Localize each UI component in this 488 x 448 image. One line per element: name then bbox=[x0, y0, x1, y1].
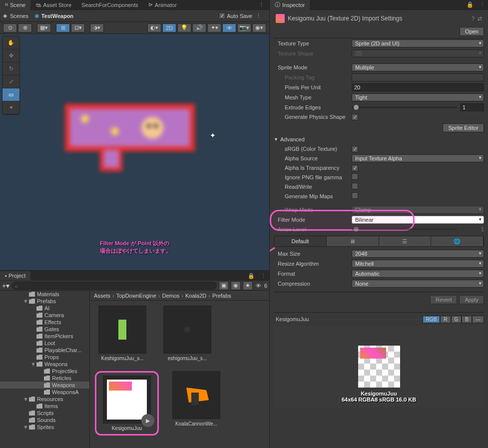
tool-draw-mode[interactable]: ◐▾ bbox=[147, 23, 161, 32]
preset-icon[interactable]: ⇄ bbox=[478, 15, 482, 22]
hidden-icon[interactable]: 👁 bbox=[255, 283, 262, 289]
scene-view[interactable]: ✋ ✥ ↻ ⤢ ▭ ✦ ✦ Filter Mode が Point 以外の 場合… bbox=[0, 34, 269, 270]
tool-move[interactable]: ✥ bbox=[2, 49, 19, 62]
ppu-input[interactable] bbox=[352, 83, 484, 91]
crumb[interactable]: Koala2D bbox=[185, 293, 206, 299]
platform-server[interactable]: ☰ bbox=[379, 236, 432, 246]
tree-item[interactable]: Loot bbox=[0, 340, 89, 347]
mesh-type-dropdown[interactable]: Tight bbox=[352, 93, 484, 101]
tab-search-components[interactable]: SearchForComponents bbox=[76, 0, 143, 10]
preview-r[interactable]: R bbox=[440, 316, 451, 323]
preview-rgb[interactable]: RGB bbox=[423, 316, 441, 323]
tool-light[interactable]: 💡 bbox=[177, 23, 191, 32]
tree-item[interactable]: Camera bbox=[0, 312, 89, 319]
tool-audio[interactable]: 🔊 bbox=[192, 23, 206, 32]
tree-item[interactable]: Projectiles bbox=[0, 368, 89, 375]
tool-rect[interactable]: ▭ bbox=[2, 88, 19, 101]
tree-item[interactable]: AI bbox=[0, 305, 89, 312]
alpha-trans-checkbox[interactable] bbox=[352, 165, 358, 171]
tab-scene[interactable]: ⌗Scene bbox=[0, 0, 30, 10]
format-dropdown[interactable]: Automatic bbox=[352, 270, 484, 278]
readwrite-checkbox[interactable] bbox=[352, 183, 358, 189]
extrude-value[interactable] bbox=[460, 103, 484, 111]
project-add-button[interactable]: +▾ bbox=[2, 282, 9, 290]
tool-fx[interactable]: ✦▾ bbox=[207, 23, 221, 32]
advanced-header[interactable]: ▼Advanced bbox=[274, 134, 484, 144]
alpha-source-dropdown[interactable]: Input Texture Alpha bbox=[352, 154, 484, 162]
tree-item[interactable]: ▼Weapons bbox=[0, 361, 89, 368]
tree-item[interactable]: ▼Prefabs bbox=[0, 298, 89, 305]
open-button[interactable]: Open bbox=[460, 27, 484, 36]
tree-item[interactable]: ▼Sprites bbox=[0, 424, 89, 431]
tree-item[interactable]: WeaponsA bbox=[0, 389, 89, 396]
search-filter-type[interactable]: ▣ bbox=[219, 281, 229, 290]
grid-item[interactable]: eshigomuJuu_s... bbox=[160, 306, 215, 361]
apply-button[interactable]: Apply bbox=[459, 295, 484, 304]
preview-b[interactable]: B bbox=[462, 316, 472, 323]
tree-item[interactable]: ItemPickers bbox=[0, 333, 89, 340]
crumb[interactable]: TopDownEngine bbox=[116, 293, 156, 299]
tree-item[interactable]: Scripts bbox=[0, 410, 89, 417]
auto-save-checkbox[interactable] bbox=[219, 12, 225, 19]
search-filter-label[interactable]: ◉ bbox=[231, 281, 241, 290]
crumb[interactable]: Assets bbox=[94, 293, 110, 299]
platform-webgl[interactable]: 🌐 bbox=[431, 236, 484, 246]
tool-shade[interactable]: ⬗▾ bbox=[90, 23, 104, 32]
preview-mip[interactable]: — bbox=[472, 316, 484, 323]
tree-item[interactable]: Items bbox=[0, 403, 89, 410]
revert-button[interactable]: Revert bbox=[430, 295, 457, 304]
sprite-editor-button[interactable]: Sprite Editor bbox=[443, 123, 484, 132]
ignore-png-checkbox[interactable] bbox=[352, 173, 358, 180]
project-lock[interactable]: 🔒 bbox=[245, 273, 258, 279]
tool-pivot[interactable]: ⊙ bbox=[3, 23, 17, 32]
tree-item[interactable]: ▼Resources bbox=[0, 396, 89, 403]
filter-mode-dropdown[interactable]: Bilinear bbox=[352, 216, 484, 224]
tool-rotate[interactable]: ↻ bbox=[2, 62, 19, 75]
crumb[interactable]: Prefabs bbox=[212, 293, 231, 299]
tab-project[interactable]: ▪ Project bbox=[0, 271, 30, 280]
tool-snap-inc[interactable]: ⊡▾ bbox=[71, 23, 85, 32]
preview-image[interactable]: KesigomuJuu 64x64 RGBA8 sRGB 16.0 KB bbox=[274, 326, 484, 408]
tree-item[interactable]: Effects bbox=[0, 319, 89, 326]
tool-2d[interactable]: 2D bbox=[162, 23, 176, 32]
tab-menu[interactable]: ⋮ bbox=[254, 0, 269, 10]
tab-asset-store[interactable]: 🛍Asset Store bbox=[30, 0, 76, 10]
sprite-mode-dropdown[interactable]: Multiple bbox=[352, 63, 484, 71]
project-tree[interactable]: Materials▼PrefabsAICameraEffectsGatesIte… bbox=[0, 291, 90, 448]
tree-item[interactable]: Props bbox=[0, 354, 89, 361]
platform-default[interactable]: Default bbox=[274, 236, 327, 246]
search-save[interactable]: ★ bbox=[243, 281, 253, 290]
tool-gizmos[interactable]: ◉▾ bbox=[252, 23, 266, 32]
mipmaps-checkbox[interactable] bbox=[352, 192, 358, 199]
project-grid[interactable]: KeshigomuJuu_s...eshigomuJuu_s...▶Kesigo… bbox=[90, 301, 269, 448]
preview-g[interactable]: G bbox=[451, 316, 462, 323]
tool-grid[interactable]: ▦▾ bbox=[37, 23, 51, 32]
grid-item[interactable]: ▶KesigomuJuu bbox=[99, 376, 154, 431]
tree-item[interactable]: PlayableChar... bbox=[0, 347, 89, 354]
grid-item[interactable]: KoalaCannonWe... bbox=[169, 371, 224, 427]
project-search-input[interactable] bbox=[11, 282, 217, 290]
tree-item[interactable]: Gates bbox=[0, 326, 89, 333]
srgb-checkbox[interactable] bbox=[352, 146, 358, 152]
help-icon[interactable]: ? bbox=[472, 15, 475, 21]
tool-local[interactable]: ⊕ bbox=[18, 23, 32, 32]
grid-item[interactable]: KeshigomuJuu_s... bbox=[95, 306, 150, 361]
inspector-lock[interactable]: 🔒 bbox=[464, 1, 477, 8]
tool-camera[interactable]: 📷▾ bbox=[237, 23, 251, 32]
tree-item[interactable]: Materials bbox=[0, 291, 89, 298]
tree-item[interactable]: Reticles bbox=[0, 375, 89, 382]
tool-transform[interactable]: ✦ bbox=[2, 101, 19, 114]
tool-scale[interactable]: ⤢ bbox=[2, 75, 19, 88]
wrap-mode-dropdown[interactable]: Clamp bbox=[352, 206, 484, 214]
tool-hand[interactable]: ✋ bbox=[2, 36, 19, 49]
platform-pc[interactable]: 🖥 bbox=[327, 236, 379, 246]
extrude-slider[interactable] bbox=[352, 106, 457, 108]
aniso-slider[interactable] bbox=[352, 228, 457, 230]
tab-inspector[interactable]: ⓘInspector bbox=[270, 0, 310, 10]
crumb[interactable]: Demos bbox=[162, 293, 179, 299]
tool-snap[interactable]: ⊞ bbox=[56, 23, 70, 32]
resize-dropdown[interactable]: Mitchell bbox=[352, 260, 484, 268]
texture-type-dropdown[interactable]: Sprite (2D and UI) bbox=[352, 39, 484, 47]
maxsize-dropdown[interactable]: 2048 bbox=[352, 250, 484, 258]
compression-dropdown[interactable]: None bbox=[352, 280, 484, 288]
